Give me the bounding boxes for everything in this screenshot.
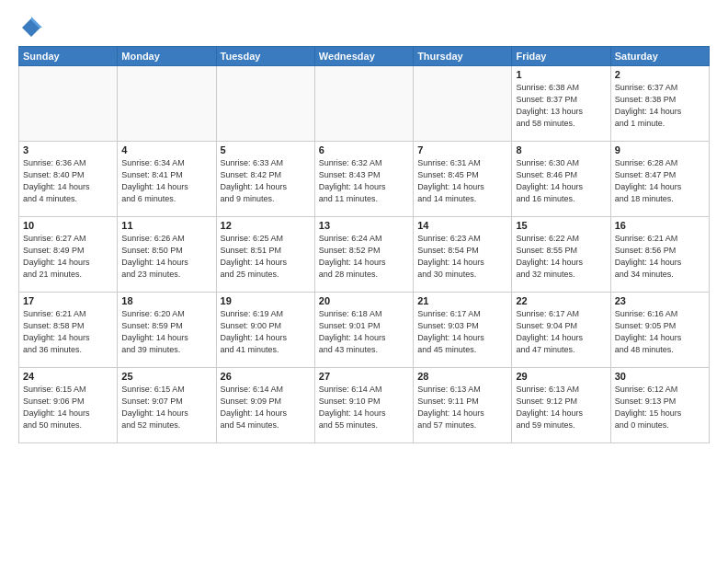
calendar-cell: 1Sunrise: 6:38 AM Sunset: 8:37 PM Daylig… bbox=[512, 66, 610, 142]
calendar-cell: 27Sunrise: 6:14 AM Sunset: 9:10 PM Dayli… bbox=[314, 368, 413, 443]
logo-icon bbox=[18, 15, 44, 40]
day-number: 26 bbox=[221, 371, 311, 382]
week-row-3: 10Sunrise: 6:27 AM Sunset: 8:49 PM Dayli… bbox=[19, 217, 710, 293]
day-info: Sunrise: 6:32 AM Sunset: 8:43 PM Dayligh… bbox=[319, 157, 409, 205]
header bbox=[18, 15, 710, 40]
calendar-table: SundayMondayTuesdayWednesdayThursdayFrid… bbox=[18, 46, 710, 443]
day-info: Sunrise: 6:13 AM Sunset: 9:11 PM Dayligh… bbox=[417, 384, 507, 431]
weekday-header-thursday: Thursday bbox=[414, 47, 512, 66]
day-info: Sunrise: 6:14 AM Sunset: 9:09 PM Dayligh… bbox=[221, 384, 311, 431]
day-number: 4 bbox=[121, 144, 211, 155]
day-info: Sunrise: 6:27 AM Sunset: 8:49 PM Dayligh… bbox=[23, 233, 113, 281]
calendar-cell: 24Sunrise: 6:15 AM Sunset: 9:06 PM Dayli… bbox=[19, 368, 118, 443]
calendar-cell: 8Sunrise: 6:30 AM Sunset: 8:46 PM Daylig… bbox=[512, 142, 610, 217]
calendar-cell: 30Sunrise: 6:12 AM Sunset: 9:13 PM Dayli… bbox=[610, 368, 709, 443]
calendar-cell: 26Sunrise: 6:14 AM Sunset: 9:09 PM Dayli… bbox=[216, 368, 314, 443]
day-info: Sunrise: 6:37 AM Sunset: 8:38 PM Dayligh… bbox=[615, 82, 705, 130]
day-number: 3 bbox=[23, 144, 113, 155]
day-number: 21 bbox=[417, 295, 507, 306]
day-info: Sunrise: 6:17 AM Sunset: 9:04 PM Dayligh… bbox=[516, 308, 606, 356]
calendar-cell bbox=[414, 66, 512, 142]
day-number: 19 bbox=[221, 295, 311, 306]
page: SundayMondayTuesdayWednesdayThursdayFrid… bbox=[0, 0, 728, 563]
day-number: 7 bbox=[417, 144, 507, 155]
day-number: 25 bbox=[121, 371, 211, 382]
calendar-cell: 7Sunrise: 6:31 AM Sunset: 8:45 PM Daylig… bbox=[414, 142, 512, 217]
weekday-header-row: SundayMondayTuesdayWednesdayThursdayFrid… bbox=[19, 47, 710, 66]
day-info: Sunrise: 6:22 AM Sunset: 8:55 PM Dayligh… bbox=[516, 233, 606, 281]
calendar-cell: 14Sunrise: 6:23 AM Sunset: 8:54 PM Dayli… bbox=[414, 217, 512, 293]
calendar-cell bbox=[314, 66, 413, 142]
weekday-header-sunday: Sunday bbox=[19, 47, 118, 66]
calendar-cell: 11Sunrise: 6:26 AM Sunset: 8:50 PM Dayli… bbox=[118, 217, 216, 293]
day-number: 8 bbox=[516, 144, 606, 155]
calendar-cell: 16Sunrise: 6:21 AM Sunset: 8:56 PM Dayli… bbox=[610, 217, 709, 293]
calendar-cell bbox=[216, 66, 314, 142]
week-row-5: 24Sunrise: 6:15 AM Sunset: 9:06 PM Dayli… bbox=[19, 368, 710, 443]
day-number: 9 bbox=[615, 144, 705, 155]
day-info: Sunrise: 6:28 AM Sunset: 8:47 PM Dayligh… bbox=[615, 157, 705, 205]
calendar-cell: 19Sunrise: 6:19 AM Sunset: 9:00 PM Dayli… bbox=[216, 293, 314, 368]
day-number: 23 bbox=[615, 295, 705, 306]
day-info: Sunrise: 6:17 AM Sunset: 9:03 PM Dayligh… bbox=[417, 308, 507, 356]
day-info: Sunrise: 6:23 AM Sunset: 8:54 PM Dayligh… bbox=[417, 233, 507, 281]
day-info: Sunrise: 6:19 AM Sunset: 9:00 PM Dayligh… bbox=[221, 308, 311, 356]
calendar-cell: 5Sunrise: 6:33 AM Sunset: 8:42 PM Daylig… bbox=[216, 142, 314, 217]
day-number: 28 bbox=[417, 371, 507, 382]
day-info: Sunrise: 6:34 AM Sunset: 8:41 PM Dayligh… bbox=[121, 157, 211, 205]
day-number: 12 bbox=[221, 220, 311, 231]
calendar-cell: 23Sunrise: 6:16 AM Sunset: 9:05 PM Dayli… bbox=[610, 293, 709, 368]
day-info: Sunrise: 6:24 AM Sunset: 8:52 PM Dayligh… bbox=[319, 233, 409, 281]
day-info: Sunrise: 6:33 AM Sunset: 8:42 PM Dayligh… bbox=[221, 157, 311, 205]
day-number: 10 bbox=[23, 220, 113, 231]
day-info: Sunrise: 6:15 AM Sunset: 9:06 PM Dayligh… bbox=[23, 384, 113, 431]
calendar-cell: 6Sunrise: 6:32 AM Sunset: 8:43 PM Daylig… bbox=[314, 142, 413, 217]
calendar-cell: 29Sunrise: 6:13 AM Sunset: 9:12 PM Dayli… bbox=[512, 368, 610, 443]
day-number: 1 bbox=[516, 69, 606, 80]
day-info: Sunrise: 6:18 AM Sunset: 9:01 PM Dayligh… bbox=[319, 308, 409, 356]
calendar-cell: 22Sunrise: 6:17 AM Sunset: 9:04 PM Dayli… bbox=[512, 293, 610, 368]
weekday-header-saturday: Saturday bbox=[610, 47, 709, 66]
day-info: Sunrise: 6:21 AM Sunset: 8:56 PM Dayligh… bbox=[615, 233, 705, 281]
day-info: Sunrise: 6:20 AM Sunset: 8:59 PM Dayligh… bbox=[121, 308, 211, 356]
day-number: 16 bbox=[615, 220, 705, 231]
calendar-cell: 12Sunrise: 6:25 AM Sunset: 8:51 PM Dayli… bbox=[216, 217, 314, 293]
calendar-cell: 18Sunrise: 6:20 AM Sunset: 8:59 PM Dayli… bbox=[118, 293, 216, 368]
calendar-cell: 4Sunrise: 6:34 AM Sunset: 8:41 PM Daylig… bbox=[118, 142, 216, 217]
calendar-cell: 20Sunrise: 6:18 AM Sunset: 9:01 PM Dayli… bbox=[314, 293, 413, 368]
day-info: Sunrise: 6:30 AM Sunset: 8:46 PM Dayligh… bbox=[516, 157, 606, 205]
day-info: Sunrise: 6:15 AM Sunset: 9:07 PM Dayligh… bbox=[121, 384, 211, 431]
calendar-cell: 25Sunrise: 6:15 AM Sunset: 9:07 PM Dayli… bbox=[118, 368, 216, 443]
calendar-cell: 17Sunrise: 6:21 AM Sunset: 8:58 PM Dayli… bbox=[19, 293, 118, 368]
day-info: Sunrise: 6:31 AM Sunset: 8:45 PM Dayligh… bbox=[417, 157, 507, 205]
day-info: Sunrise: 6:12 AM Sunset: 9:13 PM Dayligh… bbox=[615, 384, 705, 431]
day-number: 30 bbox=[615, 371, 705, 382]
day-number: 17 bbox=[23, 295, 113, 306]
calendar-cell: 9Sunrise: 6:28 AM Sunset: 8:47 PM Daylig… bbox=[610, 142, 709, 217]
week-row-1: 1Sunrise: 6:38 AM Sunset: 8:37 PM Daylig… bbox=[19, 66, 710, 142]
calendar-cell: 10Sunrise: 6:27 AM Sunset: 8:49 PM Dayli… bbox=[19, 217, 118, 293]
day-number: 20 bbox=[319, 295, 409, 306]
calendar-cell bbox=[118, 66, 216, 142]
calendar-cell: 28Sunrise: 6:13 AM Sunset: 9:11 PM Dayli… bbox=[414, 368, 512, 443]
day-info: Sunrise: 6:16 AM Sunset: 9:05 PM Dayligh… bbox=[615, 308, 705, 356]
day-info: Sunrise: 6:25 AM Sunset: 8:51 PM Dayligh… bbox=[221, 233, 311, 281]
svg-marker-0 bbox=[22, 18, 40, 37]
day-info: Sunrise: 6:13 AM Sunset: 9:12 PM Dayligh… bbox=[516, 384, 606, 431]
day-number: 11 bbox=[121, 220, 211, 231]
day-number: 13 bbox=[319, 220, 409, 231]
day-info: Sunrise: 6:36 AM Sunset: 8:40 PM Dayligh… bbox=[23, 157, 113, 205]
weekday-header-tuesday: Tuesday bbox=[216, 47, 314, 66]
day-number: 22 bbox=[516, 295, 606, 306]
day-info: Sunrise: 6:14 AM Sunset: 9:10 PM Dayligh… bbox=[319, 384, 409, 431]
week-row-2: 3Sunrise: 6:36 AM Sunset: 8:40 PM Daylig… bbox=[19, 142, 710, 217]
weekday-header-friday: Friday bbox=[512, 47, 610, 66]
day-number: 15 bbox=[516, 220, 606, 231]
day-info: Sunrise: 6:38 AM Sunset: 8:37 PM Dayligh… bbox=[516, 82, 606, 130]
calendar-cell: 2Sunrise: 6:37 AM Sunset: 8:38 PM Daylig… bbox=[610, 66, 709, 142]
day-number: 2 bbox=[615, 69, 705, 80]
calendar-cell: 21Sunrise: 6:17 AM Sunset: 9:03 PM Dayli… bbox=[414, 293, 512, 368]
day-number: 24 bbox=[23, 371, 113, 382]
day-number: 29 bbox=[516, 371, 606, 382]
calendar-cell bbox=[19, 66, 118, 142]
